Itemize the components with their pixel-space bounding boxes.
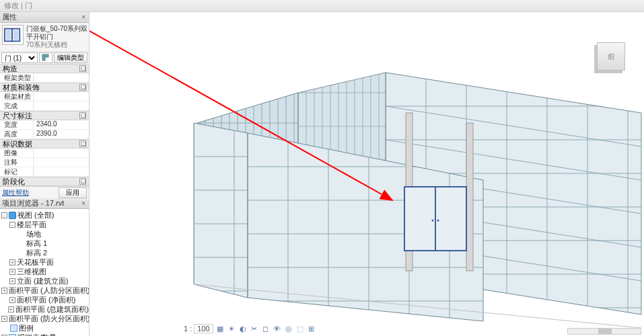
shadows-icon[interactable]: ◐ xyxy=(238,324,248,333)
tree-item-label: 面积平面 (总建筑面积) xyxy=(15,304,89,314)
tree-item[interactable]: 标高 1 xyxy=(0,239,89,248)
svg-rect-5 xyxy=(46,54,48,57)
svg-rect-2 xyxy=(6,30,11,40)
expand-icon[interactable]: + xyxy=(9,278,15,284)
type-name-line3: 70系列无横档 xyxy=(26,41,87,49)
expand-icon[interactable]: ☐ xyxy=(79,65,86,72)
prop-value[interactable]: 2390.0 xyxy=(34,130,89,138)
blue-icon xyxy=(9,212,16,219)
tree-item[interactable]: 标高 2 xyxy=(0,248,89,257)
svg-rect-4 xyxy=(42,54,45,57)
type-selector[interactable]: 门嵌板_50-70系列双扇 平开铝门 70系列无横档 xyxy=(0,23,89,52)
expand-icon[interactable]: ☐ xyxy=(79,140,86,147)
crop-icon[interactable]: ✂ xyxy=(250,324,259,333)
isolate-icon[interactable]: ◎ xyxy=(284,324,293,333)
prop-key: 图像 xyxy=(0,149,34,157)
scale-prefix: 1 : xyxy=(184,325,192,333)
view-control-bar: 1 : 100 ▦ ☀ ◐ ✂ ◻ 👁 ◎ ⬚ ⊞ xyxy=(184,324,316,333)
constraints-icon[interactable]: ⊞ xyxy=(307,324,316,333)
apply-button[interactable]: 应用 xyxy=(59,187,87,198)
prop-category-label: 尺寸标注 xyxy=(3,111,32,121)
tree-item-label: 视图 (全部) xyxy=(17,210,54,220)
tree-item[interactable]: +天花板平面 xyxy=(0,257,89,267)
tree-item[interactable]: 场地 xyxy=(0,229,89,239)
prop-value[interactable] xyxy=(34,149,89,157)
tree-item[interactable]: +三维视图 xyxy=(0,267,89,276)
tree-item[interactable]: -视图 (全部) xyxy=(0,210,89,220)
tree-item[interactable]: -楼层平面 xyxy=(0,220,89,229)
viewport-3d[interactable]: 前 1 : 100 ▦ ☀ ◐ ✂ ◻ 👁 ◎ ⬚ ⊞ xyxy=(90,12,644,336)
prop-category-label: 材质和装饰 xyxy=(3,83,40,93)
tree-item-label: 天花板平面 xyxy=(17,257,54,267)
expand-icon[interactable]: ☐ xyxy=(79,178,86,185)
prop-value[interactable] xyxy=(34,101,89,110)
prop-category-label: 阶段化 xyxy=(3,177,25,187)
type-name-line2: 平开铝门 xyxy=(26,33,87,41)
crop-region-icon[interactable]: ◻ xyxy=(261,324,271,333)
project-browser-tree[interactable]: -视图 (全部)-楼层平面场地标高 1标高 2+天花板平面+三维视图+立面 (建… xyxy=(0,209,89,336)
horizontal-scrollbar[interactable] xyxy=(567,328,641,335)
sheet-icon xyxy=(10,325,17,332)
svg-point-26 xyxy=(437,220,439,222)
tree-item-label: 场地 xyxy=(26,229,41,239)
tree-item-label: 楼层平面 xyxy=(17,220,46,229)
expand-icon[interactable]: + xyxy=(1,288,7,294)
prop-category[interactable]: 标识数据☐ xyxy=(0,139,89,149)
prop-value[interactable] xyxy=(34,92,89,101)
expand-icon[interactable]: + xyxy=(1,316,7,322)
properties-help-link[interactable]: 属性帮助 xyxy=(2,188,29,198)
tree-item[interactable]: +面积平面 (防火分区面积) xyxy=(0,314,89,323)
prop-category-label: 标识数据 xyxy=(3,139,32,149)
tree-item[interactable]: +面积平面 (总建筑面积) xyxy=(0,304,89,314)
prop-row: 高度2390.0 xyxy=(0,130,89,139)
prop-category[interactable]: 尺寸标注☐ xyxy=(0,111,89,120)
expand-icon[interactable]: ☐ xyxy=(79,84,86,91)
reveal-icon[interactable]: ⬚ xyxy=(295,324,305,333)
prop-value[interactable]: 2340.0 xyxy=(34,120,89,129)
project-browser-header: 项目浏览器 - 17.rvt × xyxy=(0,198,89,209)
instance-filter-row: 门 (1) 编辑类型 xyxy=(0,52,89,64)
svg-rect-21 xyxy=(466,123,473,271)
tree-item[interactable]: +面积平面 (净面积) xyxy=(0,295,89,304)
left-panel-column: 属性 × 门嵌板_50-70系列双扇 平开铝门 70系列无横档 门 (1) xyxy=(0,12,90,336)
edit-type-button[interactable]: 编辑类型 xyxy=(54,52,87,63)
properties-grid: 构造☐框架类型材质和装饰☐框架材质完成尺寸标注☐宽度2340.0高度2390.0… xyxy=(0,64,89,186)
prop-key: 高度 xyxy=(0,130,34,138)
prop-category[interactable]: 材质和装饰☐ xyxy=(0,83,89,92)
prop-category[interactable]: 阶段化☐ xyxy=(0,177,89,186)
svg-rect-6 xyxy=(42,58,45,60)
graphic-display-icon[interactable]: ▦ xyxy=(215,324,225,333)
expand-icon[interactable]: + xyxy=(8,306,14,312)
prop-category[interactable]: 构造☐ xyxy=(0,64,89,73)
tree-item[interactable]: +明细表/数量 xyxy=(0,333,89,336)
close-icon[interactable]: × xyxy=(80,13,87,21)
instance-filter-select[interactable]: 门 (1) xyxy=(1,52,38,63)
viewcube-front-face[interactable]: 前 xyxy=(597,42,625,71)
sun-icon[interactable]: ☀ xyxy=(227,324,236,333)
view-cube[interactable]: 前 xyxy=(597,42,631,76)
collapse-icon[interactable]: - xyxy=(1,212,7,218)
tree-item-label: 标高 1 xyxy=(26,239,47,248)
scale-value[interactable]: 100 xyxy=(194,324,213,333)
building-model xyxy=(90,12,644,336)
collapse-icon[interactable]: - xyxy=(9,222,15,228)
tree-item[interactable]: 图例 xyxy=(0,323,89,333)
svg-point-25 xyxy=(432,220,434,222)
expand-icon[interactable]: ☐ xyxy=(79,112,86,119)
prop-row: 注释 xyxy=(0,158,89,167)
edit-type-icon[interactable] xyxy=(39,52,52,63)
tree-item-label: 面积平面 (人防分区面积) xyxy=(9,286,89,295)
door-element xyxy=(404,187,466,251)
tree-item[interactable]: +面积平面 (人防分区面积) xyxy=(0,286,89,295)
expand-icon[interactable]: + xyxy=(9,297,15,303)
svg-marker-19 xyxy=(194,123,248,298)
prop-value[interactable] xyxy=(34,167,89,176)
expand-icon[interactable]: + xyxy=(9,259,15,265)
tree-item[interactable]: +立面 (建筑立面) xyxy=(0,276,89,286)
hide-icon[interactable]: 👁 xyxy=(273,324,282,333)
close-icon[interactable]: × xyxy=(80,200,87,207)
expand-icon[interactable]: + xyxy=(9,269,15,275)
prop-value[interactable] xyxy=(34,158,89,167)
properties-panel-header: 属性 × xyxy=(0,12,89,23)
prop-value[interactable] xyxy=(34,73,89,82)
